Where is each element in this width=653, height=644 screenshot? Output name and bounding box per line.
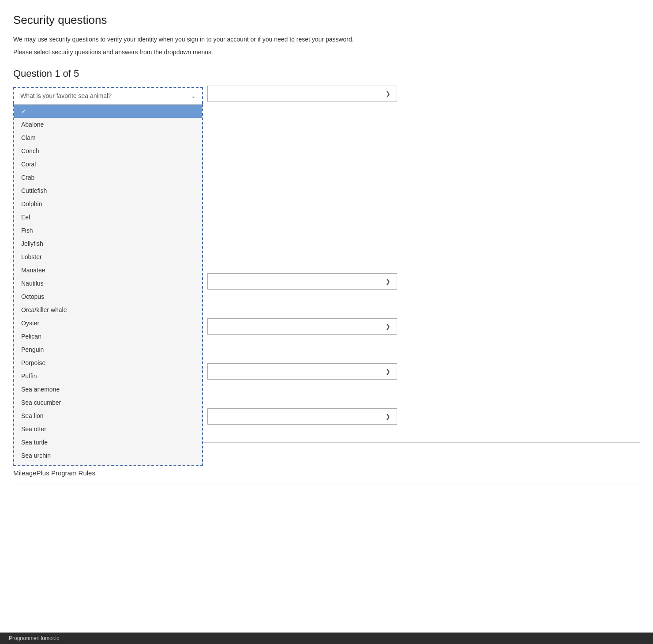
dropdown-item-Octopus[interactable]: Octopus: [14, 290, 202, 303]
footer-bar: ProgrammerHumor.io: [0, 633, 653, 644]
dropdown-item-Pelican[interactable]: Pelican: [14, 330, 202, 343]
dropdown-item-Porpoise[interactable]: Porpoise: [14, 356, 202, 369]
question-1-dropdowns-row: What is your favorite sea animal? ⌄ ❯ Ab…: [13, 86, 640, 105]
question-1-section: Question 1 of 5 What is your favorite se…: [13, 68, 640, 105]
dropdown-item-Jellyfish[interactable]: Jellyfish: [14, 237, 202, 250]
dropdown-item-Sea otter[interactable]: Sea otter: [14, 422, 202, 436]
question-5-answer-dropdown[interactable]: ❯: [207, 408, 397, 425]
dropdown-item-Manatee[interactable]: Manatee: [14, 264, 202, 277]
question-2-answer-chevron: ❯: [386, 278, 390, 285]
question-1-value: What is your favorite sea animal?: [20, 92, 112, 99]
page-instruction: Please select security questions and ans…: [13, 49, 640, 56]
question-4-answer-dropdown[interactable]: ❯: [207, 363, 397, 380]
dropdown-item-Coral[interactable]: Coral: [14, 158, 202, 171]
question-1-dropdown-trigger[interactable]: What is your favorite sea animal? ⌄: [13, 87, 203, 104]
dropdown-item-Sea urchin[interactable]: Sea urchin: [14, 449, 202, 462]
page-title: Security questions: [13, 13, 640, 27]
dropdown-item-Lobster[interactable]: Lobster: [14, 250, 202, 264]
dropdown-item-empty[interactable]: [14, 105, 202, 118]
question-3-answer-chevron: ❯: [386, 323, 390, 330]
question-5-answer-chevron: ❯: [386, 413, 390, 420]
dropdown-item-Puffin[interactable]: Puffin: [14, 369, 202, 383]
dropdown-item-Penguin[interactable]: Penguin: [14, 343, 202, 356]
dropdown-item-Sea anemone[interactable]: Sea anemone: [14, 383, 202, 396]
question-1-answer-chevron: ❯: [386, 90, 390, 97]
question-3-answer-dropdown[interactable]: ❯: [207, 318, 397, 335]
dropdown-item-Sea lion[interactable]: Sea lion: [14, 409, 202, 422]
page-description: We may use security questions to verify …: [13, 35, 640, 44]
question-1-answer-dropdown[interactable]: ❯: [207, 86, 397, 102]
question-1-chevron: ⌄: [191, 93, 196, 99]
dropdown-item-Crab[interactable]: Crab: [14, 171, 202, 184]
footer-label: ProgrammerHumor.io: [9, 635, 60, 641]
dropdown-item-Dolphin[interactable]: Dolphin: [14, 197, 202, 211]
dropdown-item-Sea turtle[interactable]: Sea turtle: [14, 436, 202, 449]
dropdown-item-Sea cucumber[interactable]: Sea cucumber: [14, 396, 202, 409]
dropdown-item-Nautilus[interactable]: Nautilus: [14, 277, 202, 290]
question-1-dropdown-list: AbaloneClamConchCoralCrabCuttlefishDolph…: [13, 104, 203, 466]
dropdown-item-Clam[interactable]: Clam: [14, 131, 202, 144]
dropdown-item-Abalone[interactable]: Abalone: [14, 118, 202, 131]
question-2-answer-dropdown[interactable]: ❯: [207, 273, 397, 290]
question-4-answer-chevron: ❯: [386, 368, 390, 375]
dropdown-item-Cuttlefish[interactable]: Cuttlefish: [14, 184, 202, 197]
mileage-program-rules-label: MileagePlus Program Rules: [13, 469, 95, 477]
dropdown-item-Orca/killer whale[interactable]: Orca/killer whale: [14, 303, 202, 316]
dropdown-item-Fish[interactable]: Fish: [14, 224, 202, 237]
question-1-label: Question 1 of 5: [13, 68, 640, 79]
dropdown-item-Oyster[interactable]: Oyster: [14, 316, 202, 330]
dropdown-item-Eel[interactable]: Eel: [14, 211, 202, 224]
dropdown-item-Seagull[interactable]: Seagull: [14, 462, 202, 466]
dropdown-item-Conch[interactable]: Conch: [14, 144, 202, 158]
